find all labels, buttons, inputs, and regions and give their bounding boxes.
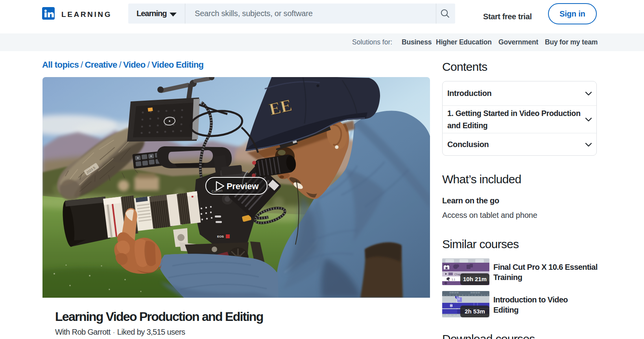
svg-text:Preview: Preview xyxy=(227,181,259,191)
svg-text:10:00:16:00: 10:00:16:00 xyxy=(449,292,459,294)
svg-text:1.1: 1.1 xyxy=(452,278,455,281)
svg-text:00:00:32:00: 00:00:32:00 xyxy=(471,292,480,294)
